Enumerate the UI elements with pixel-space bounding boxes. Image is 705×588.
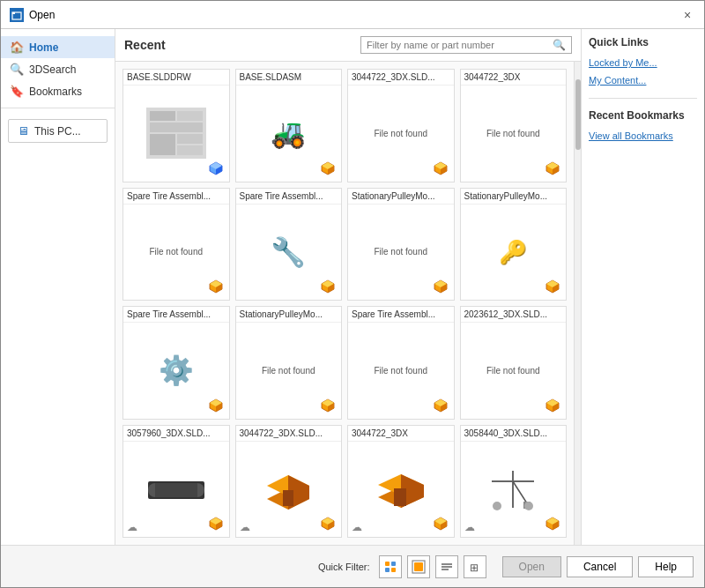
file-card-body: ☁ bbox=[461, 442, 567, 538]
file-card-name: StationaryPulleyMo... bbox=[348, 189, 454, 205]
file-card[interactable]: 3044722_3DX.SLD... ☁ bbox=[235, 425, 343, 539]
file-card[interactable]: Spare Tire Assembl...File not found bbox=[347, 306, 455, 420]
file-thumbnail: 🔑 bbox=[482, 223, 544, 280]
file-not-found-text: File not found bbox=[486, 366, 540, 376]
file-card-body: File not found bbox=[461, 323, 567, 419]
file-card-name: 3044722_3DX.SLD... bbox=[236, 426, 342, 442]
file-card[interactable]: 3058440_3DX.SLD... ☁ bbox=[460, 425, 568, 539]
file-card-body: ⚙️ bbox=[123, 323, 229, 419]
file-not-found-text: File not found bbox=[149, 247, 203, 257]
sidebar-home-label: Home bbox=[29, 41, 58, 54]
file-card[interactable]: 3044722_3DXFile not found bbox=[460, 69, 568, 182]
dialog-icon bbox=[10, 8, 24, 22]
file-card-name: 3057960_3DX.SLD... bbox=[123, 426, 229, 442]
file-card-name: Spare Tire Assembl... bbox=[123, 189, 229, 205]
cloud-icon: ☁ bbox=[127, 521, 137, 533]
file-type-badge bbox=[208, 516, 226, 533]
center-grid-container: BASE.SLDDRW BASE.SLDASM🚜 3044722_3DX.SLD… bbox=[115, 62, 581, 545]
sidebar-bookmarks-label: Bookmarks bbox=[29, 86, 82, 98]
file-card-name: 3044722_3DX.SLD... bbox=[348, 70, 454, 86]
file-type-badge bbox=[320, 279, 338, 296]
cloud-icon: ☁ bbox=[464, 521, 475, 533]
cancel-button[interactable]: Cancel bbox=[567, 556, 633, 577]
svg-text:⊞: ⊞ bbox=[470, 562, 479, 574]
file-card[interactable]: BASE.SLDASM🚜 bbox=[235, 69, 343, 182]
file-type-badge bbox=[433, 160, 450, 178]
file-thumbnail bbox=[370, 460, 432, 517]
file-card[interactable]: StationaryPulleyMo...File not found bbox=[347, 188, 455, 301]
close-button[interactable]: × bbox=[679, 7, 695, 23]
sidebar-item-3dsearch[interactable]: 🔍 3DSearch bbox=[1, 58, 115, 80]
svg-rect-47 bbox=[283, 490, 293, 506]
open-button[interactable]: Open bbox=[502, 556, 561, 577]
svg-rect-40 bbox=[155, 483, 197, 497]
scroll-thumb[interactable] bbox=[575, 79, 581, 150]
sidebar-this-pc-label: This PC... bbox=[34, 125, 81, 138]
file-thumbnail bbox=[145, 105, 207, 162]
scroll-bar[interactable] bbox=[574, 62, 581, 545]
file-not-found-text: File not found bbox=[486, 129, 540, 138]
file-card[interactable]: 3044722_3DX ☁ bbox=[347, 425, 455, 539]
file-card[interactable]: Spare Tire Assembl...⚙️ bbox=[122, 306, 230, 420]
computer-icon: 🖥 bbox=[18, 124, 29, 138]
open-dialog: Open × 🏠 Home 🔍 3DSearch 🔖 Bookmarks 🖥 T… bbox=[0, 0, 705, 588]
svg-rect-68 bbox=[391, 562, 396, 566]
file-card[interactable]: 2023612_3DX.SLD...File not found bbox=[460, 306, 568, 420]
home-icon: 🏠 bbox=[10, 41, 24, 54]
help-button[interactable]: Help bbox=[638, 556, 694, 577]
file-card-name: 3058440_3DX.SLD... bbox=[461, 426, 567, 442]
file-card[interactable]: BASE.SLDDRW bbox=[122, 69, 230, 182]
file-type-badge bbox=[433, 398, 450, 415]
quick-filter-btn-1[interactable] bbox=[379, 555, 402, 578]
svg-point-63 bbox=[524, 502, 533, 510]
file-type-badge bbox=[545, 398, 562, 415]
file-card[interactable]: StationaryPulleyMo...File not found bbox=[235, 306, 343, 420]
file-card-body: ☁ bbox=[123, 442, 229, 538]
svg-rect-74 bbox=[442, 566, 452, 568]
quick-filter-btn-2[interactable] bbox=[407, 555, 430, 578]
search-box: 🔍 bbox=[360, 36, 572, 54]
svg-rect-67 bbox=[385, 562, 390, 566]
svg-rect-69 bbox=[385, 568, 390, 572]
quick-filter-btn-3[interactable] bbox=[435, 555, 458, 578]
file-card[interactable]: 3057960_3DX.SLD... ☁ bbox=[122, 425, 230, 539]
sidebar: 🏠 Home 🔍 3DSearch 🔖 Bookmarks 🖥 This PC.… bbox=[1, 29, 115, 545]
main-content: 🏠 Home 🔍 3DSearch 🔖 Bookmarks 🖥 This PC.… bbox=[1, 29, 704, 545]
sidebar-item-this-pc[interactable]: 🖥 This PC... bbox=[8, 119, 108, 143]
center-header: Recent 🔍 bbox=[115, 29, 581, 62]
svg-point-62 bbox=[493, 502, 501, 510]
file-type-badge bbox=[545, 160, 562, 178]
file-card-name: Spare Tire Assembl... bbox=[348, 307, 454, 323]
recent-label: Recent bbox=[124, 38, 166, 52]
my-content-link[interactable]: My Content... bbox=[589, 75, 697, 86]
file-card-name: 3044722_3DX bbox=[461, 70, 567, 86]
title-bar-left: Open bbox=[10, 8, 55, 22]
file-card[interactable]: 3044722_3DX.SLD...File not found bbox=[347, 69, 455, 182]
file-card-name: 3044722_3DX bbox=[348, 426, 454, 442]
quick-filter-icon-1 bbox=[383, 560, 397, 574]
file-type-badge bbox=[208, 398, 226, 415]
file-card[interactable]: Spare Tire Assembl...File not found bbox=[122, 188, 230, 301]
file-card-body: File not found bbox=[348, 205, 454, 301]
cloud-icon: ☁ bbox=[240, 521, 250, 533]
file-card-body: File not found bbox=[461, 86, 567, 182]
quick-filter-btn-4[interactable]: ⊞ bbox=[464, 555, 486, 578]
file-not-found-text: File not found bbox=[374, 366, 427, 376]
file-card-body: 🔧 bbox=[236, 205, 342, 301]
file-not-found-text: File not found bbox=[262, 366, 315, 376]
file-card-body bbox=[123, 86, 229, 182]
file-card-body: 🔑 bbox=[461, 205, 567, 301]
locked-by-me-link[interactable]: Locked by Me... bbox=[589, 57, 697, 68]
file-thumbnail: 🚜 bbox=[257, 105, 319, 162]
bottom-actions: Open Cancel Help bbox=[502, 556, 694, 577]
view-all-bookmarks-link[interactable]: View all Bookmarks bbox=[589, 130, 697, 141]
quick-filter-icon-3 bbox=[440, 560, 454, 574]
search-input[interactable] bbox=[367, 40, 553, 50]
file-thumbnail: 🔧 bbox=[257, 223, 319, 280]
file-card-body: File not found bbox=[348, 323, 454, 419]
file-card[interactable]: Spare Tire Assembl...🔧 bbox=[235, 188, 343, 301]
quick-filter-label: Quick Filter: bbox=[318, 562, 370, 572]
sidebar-item-home[interactable]: 🏠 Home bbox=[1, 36, 115, 58]
file-card[interactable]: StationaryPulleyMo...🔑 bbox=[460, 188, 568, 301]
sidebar-item-bookmarks[interactable]: 🔖 Bookmarks bbox=[1, 80, 115, 102]
